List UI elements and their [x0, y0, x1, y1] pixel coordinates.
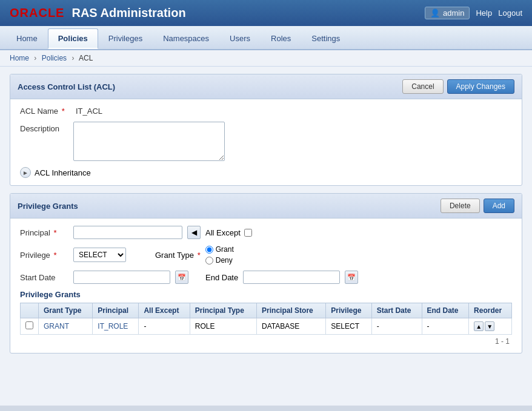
row-checkbox[interactable]: [25, 321, 33, 329]
privilege-grants-panel: Privilege Grants Delete Add Principal * …: [10, 193, 522, 353]
privilege-row: Privilege * SELECT INSERT UPDATE DELETE …: [20, 245, 512, 265]
nav-users[interactable]: Users: [219, 28, 261, 49]
end-date-calendar-btn[interactable]: 📅: [345, 271, 358, 284]
header-right: 👤 admin Help Logout: [425, 7, 522, 19]
description-row: Description: [20, 122, 512, 161]
row-principal-link[interactable]: IT_ROLE: [98, 322, 128, 330]
oracle-logo: ORACLE: [10, 6, 64, 20]
breadcrumb-home[interactable]: Home: [10, 54, 29, 62]
col-check: [21, 303, 39, 318]
all-except-label: All Except: [205, 228, 241, 237]
username: admin: [443, 8, 464, 18]
privilege-grants-buttons: Delete Add: [441, 199, 514, 213]
start-date-label: Start Date: [20, 273, 68, 282]
logout-link[interactable]: Logout: [498, 8, 522, 18]
row-privilege-cell: SELECT: [326, 318, 371, 335]
breadcrumb-sep-2: ›: [71, 54, 74, 62]
help-link[interactable]: Help: [476, 8, 492, 18]
deny-radio-label[interactable]: Deny: [205, 256, 234, 265]
row-end-date-cell: -: [422, 318, 469, 335]
nav-privileges[interactable]: Privileges: [98, 28, 153, 49]
col-principal-store: Principal Store: [257, 303, 326, 318]
breadcrumb-current: ACL: [79, 54, 93, 62]
header-left: ORACLE RAS Administration: [10, 6, 186, 20]
table-section-label: Privilege Grants: [20, 290, 512, 299]
all-except-checkbox[interactable]: [244, 229, 252, 237]
table-row: GRANT IT_ROLE - ROLE DATABASE SELECT - -: [21, 318, 512, 335]
row-check-cell: [21, 318, 39, 335]
end-date-label: End Date: [205, 273, 238, 282]
breadcrumb: Home › Policies › ACL: [0, 50, 532, 67]
table-header-row: Grant Type Principal All Except Principa…: [21, 303, 512, 318]
description-label: Description: [20, 122, 68, 133]
col-grant-type: Grant Type: [39, 303, 93, 318]
acl-panel-header: Access Control List (ACL) Cancel Apply C…: [10, 74, 522, 99]
grant-radio-label[interactable]: Grant: [205, 245, 234, 254]
acl-header-buttons: Cancel Apply Changes: [402, 79, 514, 94]
nav-roles[interactable]: Roles: [261, 28, 301, 49]
acl-name-value: IT_ACL: [76, 107, 102, 116]
breadcrumb-sep-1: ›: [34, 54, 36, 62]
row-all-except-cell: -: [139, 318, 190, 335]
nav-settings[interactable]: Settings: [301, 28, 350, 49]
row-grant-type-link[interactable]: GRANT: [44, 322, 69, 330]
end-date-input[interactable]: [243, 271, 340, 284]
user-icon: 👤: [430, 8, 440, 18]
col-principal-type: Principal Type: [190, 303, 256, 318]
col-start-date: Start Date: [371, 303, 422, 318]
all-except-area: All Except: [205, 228, 252, 237]
principal-input[interactable]: [73, 226, 182, 239]
acl-name-row: ACL Name * IT_ACL: [20, 107, 512, 116]
cancel-button[interactable]: Cancel: [402, 79, 443, 94]
add-button[interactable]: Add: [484, 199, 514, 213]
row-principal-store-cell: DATABASE: [257, 318, 326, 335]
nav-bar: Home Policies Privileges Namespaces User…: [0, 26, 532, 50]
breadcrumb-policies[interactable]: Policies: [42, 54, 67, 62]
start-date-input[interactable]: [73, 271, 170, 284]
grant-type-label: Grant Type *: [155, 251, 201, 260]
col-reorder: Reorder: [469, 303, 512, 318]
reorder-buttons: ▲ ▼: [474, 321, 507, 331]
user-badge: 👤 admin: [425, 7, 470, 19]
col-principal: Principal: [93, 303, 139, 318]
deny-radio[interactable]: [205, 257, 213, 265]
principal-back-btn[interactable]: ◀: [187, 226, 201, 239]
grant-option-label: Grant: [216, 245, 234, 254]
acl-panel-title: Access Control List (ACL): [18, 82, 115, 91]
col-end-date: End Date: [422, 303, 469, 318]
col-all-except: All Except: [139, 303, 190, 318]
row-grant-type-cell: GRANT: [39, 318, 93, 335]
nav-home[interactable]: Home: [6, 28, 48, 49]
principal-row: Principal * ◀ All Except: [20, 226, 512, 239]
privilege-select[interactable]: SELECT INSERT UPDATE DELETE EXECUTE: [73, 248, 126, 262]
nav-policies[interactable]: Policies: [48, 28, 98, 49]
nav-namespaces[interactable]: Namespaces: [153, 28, 219, 49]
start-date-calendar-btn[interactable]: 📅: [175, 271, 188, 284]
acl-panel-body: ACL Name * IT_ACL Description ► ACL Inhe…: [10, 99, 522, 185]
date-row: Start Date 📅 End Date 📅: [20, 271, 512, 284]
acl-name-label: ACL Name *: [20, 107, 68, 116]
privilege-grants-title: Privilege Grants: [18, 202, 78, 211]
apply-changes-button[interactable]: Apply Changes: [447, 79, 514, 94]
row-reorder-cell: ▲ ▼: [469, 318, 512, 335]
col-privilege: Privilege: [326, 303, 371, 318]
principal-label: Principal *: [20, 228, 68, 237]
privilege-grants-body: Principal * ◀ All Except Privilege * SEL…: [10, 219, 522, 353]
deny-option-label: Deny: [216, 256, 233, 265]
row-principal-type-cell: ROLE: [190, 318, 256, 335]
privilege-grants-header: Privilege Grants Delete Add: [10, 194, 522, 219]
grant-radio[interactable]: [205, 246, 213, 254]
app-title: RAS Administration: [71, 6, 185, 20]
reorder-down-btn[interactable]: ▼: [485, 321, 494, 331]
acl-inheritance-row[interactable]: ► ACL Inheritance: [20, 167, 512, 178]
reorder-up-btn[interactable]: ▲: [474, 321, 484, 331]
description-input[interactable]: [73, 122, 225, 161]
privilege-grants-table: Grant Type Principal All Except Principa…: [20, 303, 512, 335]
row-principal-cell: IT_ROLE: [93, 318, 139, 335]
app-header: ORACLE RAS Administration 👤 admin Help L…: [0, 0, 532, 26]
grant-type-group: Grant Deny: [205, 245, 234, 265]
delete-button[interactable]: Delete: [441, 199, 480, 213]
inheritance-expand-btn[interactable]: ►: [20, 167, 31, 178]
row-start-date-cell: -: [371, 318, 422, 335]
pagination: 1 - 1: [20, 337, 512, 346]
